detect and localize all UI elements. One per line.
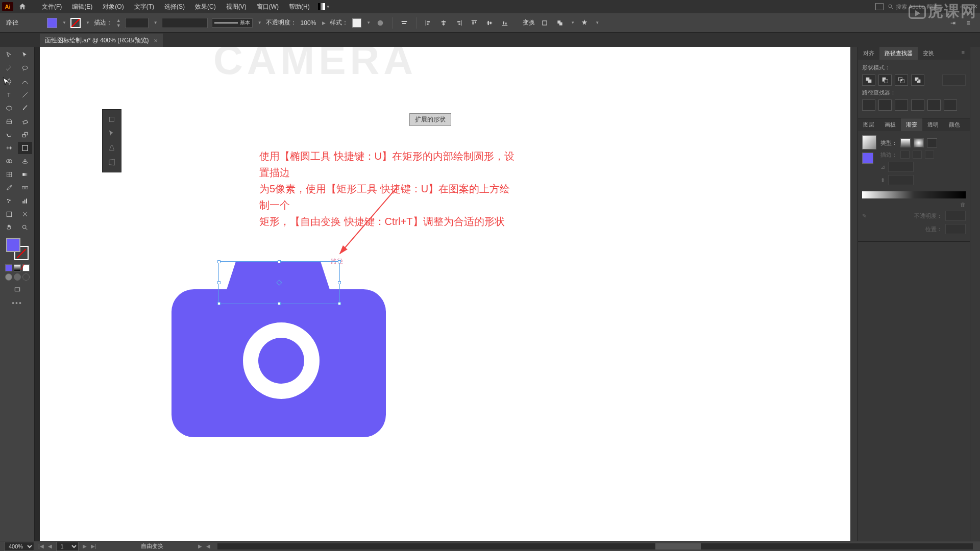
merge-icon[interactable] — [895, 99, 908, 111]
line-segment-tool[interactable] — [18, 89, 32, 101]
tab-layers[interactable]: 图层 — [858, 118, 879, 131]
tab-transparency[interactable]: 透明 — [922, 118, 944, 131]
shape-mode-icon[interactable] — [554, 17, 566, 29]
panel-menu-icon[interactable]: ≡ — [957, 47, 970, 60]
slice-tool[interactable] — [18, 208, 32, 220]
graphic-style-swatch[interactable] — [352, 18, 361, 28]
fill-swatch[interactable] — [47, 18, 57, 28]
direct-selection-tool[interactable] — [18, 49, 32, 61]
status-chevron-left-icon[interactable]: ◀ — [206, 543, 210, 549]
blend-tool[interactable] — [18, 182, 32, 194]
vertical-scrollbar[interactable] — [850, 47, 857, 541]
column-graph-tool[interactable] — [18, 195, 32, 207]
close-icon[interactable]: ✕ — [973, 3, 978, 10]
selection-handle[interactable] — [338, 260, 341, 263]
align-center-v-icon[interactable] — [484, 17, 495, 29]
hand-tool[interactable] — [2, 221, 16, 234]
chevron-down-icon[interactable]: ▼ — [258, 20, 262, 25]
minus-back-icon[interactable] — [944, 99, 957, 111]
align-left-icon[interactable] — [423, 17, 434, 29]
zoom-tool[interactable] — [18, 221, 32, 234]
chevron-down-icon[interactable]: ▼ — [366, 20, 371, 25]
mesh-tool[interactable] — [2, 168, 16, 181]
shape-builder-tool[interactable] — [2, 155, 16, 167]
draw-behind-icon[interactable] — [14, 273, 21, 281]
maximize-icon[interactable]: ▭ — [960, 3, 966, 10]
type-tool[interactable]: T — [2, 89, 16, 101]
intersect-icon[interactable] — [895, 74, 908, 86]
unite-icon[interactable] — [862, 74, 875, 86]
shaper-tool[interactable] — [2, 115, 16, 128]
free-transform-tool[interactable] — [18, 142, 32, 154]
horizontal-scrollbar[interactable] — [217, 543, 973, 549]
gradient-tool[interactable] — [18, 168, 32, 181]
paintbrush-tool[interactable] — [18, 102, 32, 114]
recolor-icon[interactable] — [375, 17, 386, 29]
symbol-sprayer-tool[interactable] — [2, 195, 16, 207]
search-box[interactable]: 搜索 Adobe 帮助 — [888, 3, 938, 11]
canvas-area[interactable]: CAMERA 扩展的形状 使用【椭圆工具 快捷键：U】在矩形的内部绘制圆形，设置… — [35, 47, 857, 541]
minimize-icon[interactable]: — — [947, 3, 953, 10]
camera-lens-inner[interactable] — [258, 338, 304, 384]
gradient-mode-icon[interactable] — [14, 264, 21, 271]
panel-menu-icon[interactable]: ≡ — [963, 17, 974, 29]
chevron-right-icon[interactable]: ▶ — [322, 20, 326, 26]
stepper-icon[interactable]: ▲▼ — [116, 18, 121, 28]
gradient-fill-proxy[interactable] — [862, 153, 873, 164]
constrain-icon[interactable] — [105, 113, 119, 126]
tab-color[interactable]: 颜色 — [944, 118, 965, 131]
last-artboard-icon[interactable]: ▶| — [91, 543, 96, 549]
tab-transform[interactable]: 变换 — [918, 47, 939, 60]
panel-collapse-icon[interactable]: ⇥ — [947, 17, 959, 29]
screen-mode-icon[interactable] — [10, 284, 24, 296]
selection-handle[interactable] — [278, 260, 281, 263]
selection-bounding-box[interactable] — [218, 261, 340, 304]
edit-toolbar-icon[interactable]: ••• — [2, 299, 32, 307]
collapsed-panel-strip[interactable] — [970, 47, 980, 541]
close-tab-icon[interactable]: × — [154, 37, 158, 44]
rotate-tool[interactable] — [2, 129, 16, 141]
outline-icon[interactable] — [927, 99, 941, 111]
tab-gradient[interactable]: 渐变 — [901, 118, 922, 131]
document-tab[interactable]: 面性图标绘制.ai* @ 400% (RGB/预览) × — [40, 34, 163, 47]
selection-handle[interactable] — [217, 260, 220, 263]
linear-gradient-icon[interactable] — [900, 138, 911, 147]
menu-object[interactable]: 对象(O) — [97, 3, 129, 11]
menu-file[interactable]: 文件(F) — [37, 3, 67, 11]
stroke-swatch[interactable] — [70, 18, 81, 28]
arrange-docs-icon[interactable] — [318, 3, 325, 10]
draw-inside-icon[interactable] — [22, 273, 30, 281]
selection-handle[interactable] — [217, 281, 220, 284]
perspective-distort-icon[interactable] — [105, 141, 119, 155]
align-bottom-icon[interactable] — [499, 17, 510, 29]
first-artboard-icon[interactable]: |◀ — [38, 543, 44, 549]
fill-proxy[interactable] — [6, 238, 20, 252]
zoom-dropdown[interactable]: 400% — [4, 542, 34, 551]
pen-tool[interactable] — [2, 76, 16, 88]
chevron-down-icon[interactable]: ▼ — [326, 5, 330, 9]
chevron-down-icon[interactable]: ▼ — [154, 20, 158, 25]
fill-stroke-proxy[interactable] — [6, 238, 29, 260]
chevron-down-icon[interactable]: ▼ — [86, 20, 90, 25]
divide-icon[interactable] — [862, 99, 875, 111]
tab-artboards[interactable]: 画板 — [879, 118, 901, 131]
radial-gradient-icon[interactable] — [914, 138, 924, 147]
lasso-tool[interactable] — [18, 62, 32, 74]
width-tool[interactable] — [2, 142, 16, 154]
minus-front-icon[interactable] — [878, 74, 892, 86]
align-top-icon[interactable] — [469, 17, 480, 29]
selection-handle[interactable] — [278, 302, 281, 305]
free-transform-icon[interactable] — [105, 127, 119, 140]
tab-pathfinder[interactable]: 路径查找器 — [879, 47, 918, 60]
gradient-swatch[interactable] — [862, 135, 876, 149]
align-right-icon[interactable] — [453, 17, 464, 29]
isolate-icon[interactable] — [539, 17, 550, 29]
selection-handle[interactable] — [217, 302, 220, 305]
opacity-value[interactable]: 100% — [301, 19, 316, 27]
magic-wand-tool[interactable] — [2, 62, 16, 74]
menu-view[interactable]: 视图(V) — [221, 3, 252, 11]
artboard[interactable]: CAMERA 扩展的形状 使用【椭圆工具 快捷键：U】在矩形的内部绘制圆形，设置… — [40, 47, 857, 541]
menu-window[interactable]: 窗口(W) — [252, 3, 284, 11]
menu-select[interactable]: 选择(S) — [159, 3, 190, 11]
selection-handle[interactable] — [338, 302, 341, 305]
